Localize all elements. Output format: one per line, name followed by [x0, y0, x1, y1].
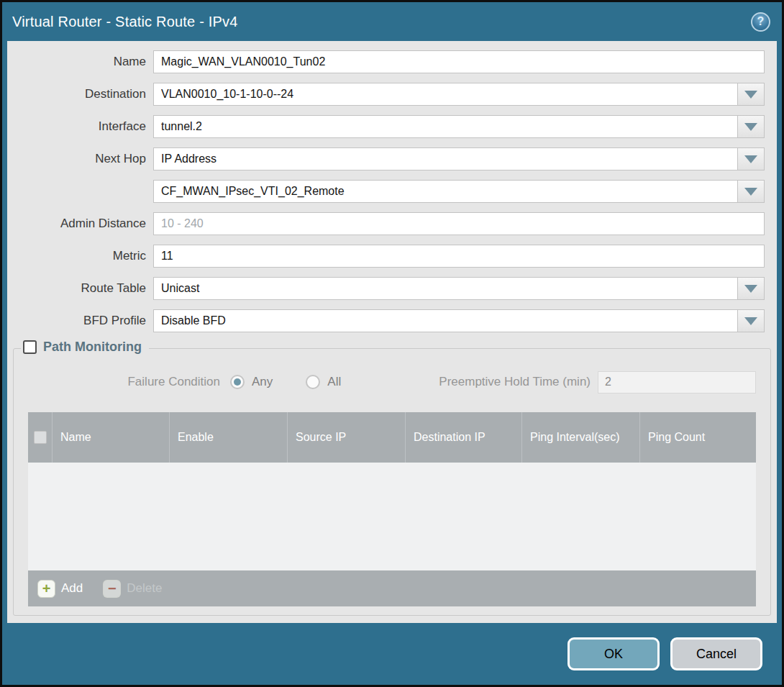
column-header-source-ip: Source IP	[288, 412, 406, 463]
failure-condition-label: Failure Condition	[14, 375, 220, 389]
delete-button-label: Delete	[127, 581, 162, 596]
name-row: Name	[13, 50, 771, 73]
plus-icon: +	[37, 580, 55, 598]
table-body-empty	[28, 463, 756, 570]
destination-input[interactable]	[153, 83, 738, 106]
next-hop-row: Next Hop	[13, 147, 771, 170]
select-all-checkbox[interactable]	[34, 431, 47, 444]
failure-condition-row: Failure Condition Any All Preemptive Hol…	[14, 370, 756, 393]
select-all-cell	[28, 412, 53, 463]
bfd-profile-dropdown-button[interactable]	[738, 309, 765, 332]
metric-input[interactable]	[153, 245, 765, 268]
chevron-down-icon	[744, 317, 757, 325]
destination-label: Destination	[13, 87, 146, 101]
path-monitoring-legend: Path Monitoring	[21, 340, 149, 355]
add-button[interactable]: + Add	[37, 580, 83, 598]
bfd-profile-row: BFD Profile	[13, 309, 771, 332]
path-monitoring-checkbox[interactable]	[23, 340, 37, 354]
failure-condition-any-label: Any	[252, 375, 273, 389]
path-monitoring-section: Path Monitoring Failure Condition Any Al…	[13, 348, 771, 616]
ok-button[interactable]: OK	[568, 637, 660, 670]
static-route-dialog: Virtual Router - Static Route - IPv4 ? N…	[0, 0, 784, 687]
title-bar: Virtual Router - Static Route - IPv4 ?	[2, 2, 782, 41]
route-table-label: Route Table	[13, 281, 146, 296]
failure-condition-all-label: All	[327, 375, 341, 389]
next-hop-type-input[interactable]	[153, 147, 738, 170]
route-table-row: Route Table	[13, 277, 771, 300]
preemptive-hold-time-input[interactable]	[598, 371, 756, 393]
admin-distance-input[interactable]	[153, 212, 765, 235]
column-header-ping-interval: Ping Interval(sec)	[522, 412, 640, 463]
column-header-destination-ip: Destination IP	[406, 412, 522, 463]
next-hop-type-dropdown-button[interactable]	[738, 147, 765, 170]
chevron-down-icon	[744, 155, 757, 163]
dialog-title: Virtual Router - Static Route - IPv4	[12, 14, 238, 30]
path-monitoring-title: Path Monitoring	[43, 340, 142, 355]
destination-dropdown-button[interactable]	[738, 83, 765, 106]
admin-distance-label: Admin Distance	[13, 217, 146, 231]
next-hop-address-dropdown-button[interactable]	[738, 180, 765, 203]
minus-icon: −	[103, 580, 121, 598]
bfd-profile-label: BFD Profile	[13, 314, 146, 328]
column-header-name: Name	[53, 412, 170, 463]
chevron-down-icon	[744, 123, 757, 131]
interface-input[interactable]	[153, 115, 738, 138]
path-monitoring-table: Name Enable Source IP Destination IP Pin…	[28, 412, 756, 606]
delete-button[interactable]: − Delete	[103, 580, 162, 598]
metric-label: Metric	[13, 249, 146, 263]
failure-condition-any-radio[interactable]	[230, 375, 245, 389]
column-header-ping-count: Ping Count	[640, 412, 756, 463]
preemptive-hold-time-label: Preemptive Hold Time (min)	[439, 375, 591, 389]
metric-row: Metric	[13, 245, 771, 268]
chevron-down-icon	[744, 285, 757, 293]
next-hop-address-input[interactable]	[153, 180, 738, 203]
dialog-footer: OK Cancel	[2, 623, 782, 685]
name-label: Name	[13, 55, 146, 69]
table-header-row: Name Enable Source IP Destination IP Pin…	[28, 412, 756, 463]
cancel-button[interactable]: Cancel	[670, 637, 762, 670]
help-icon[interactable]: ?	[751, 12, 770, 32]
table-toolbar: + Add − Delete	[28, 570, 756, 606]
route-table-input[interactable]	[153, 277, 738, 300]
interface-label: Interface	[13, 119, 146, 134]
failure-condition-all-radio[interactable]	[306, 375, 320, 389]
column-header-enable: Enable	[170, 412, 288, 463]
admin-distance-row: Admin Distance	[13, 212, 771, 235]
add-button-label: Add	[61, 581, 83, 596]
destination-row: Destination	[13, 83, 771, 106]
interface-dropdown-button[interactable]	[738, 115, 765, 138]
next-hop-label: Next Hop	[13, 152, 146, 166]
dialog-body: Name Destination Interface	[7, 41, 777, 623]
route-table-dropdown-button[interactable]	[738, 277, 765, 300]
name-input[interactable]	[153, 50, 765, 73]
bfd-profile-input[interactable]	[153, 309, 738, 332]
interface-row: Interface	[13, 115, 771, 138]
chevron-down-icon	[744, 91, 757, 99]
chevron-down-icon	[744, 188, 757, 196]
next-hop-address-row	[13, 180, 771, 203]
